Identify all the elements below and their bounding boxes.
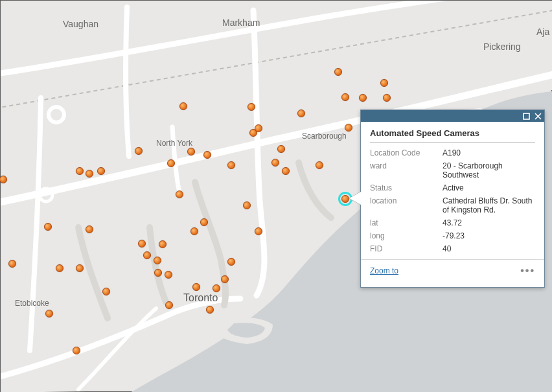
camera-marker[interactable] <box>255 227 262 235</box>
popup-field-value: Cathedral Bluffs Dr. South of Kingston R… <box>443 194 535 216</box>
camera-marker[interactable] <box>97 167 105 175</box>
zoom-to-link[interactable]: Zoom to <box>370 266 398 275</box>
camera-marker[interactable] <box>56 264 63 272</box>
camera-marker[interactable] <box>165 301 173 309</box>
camera-marker[interactable] <box>359 94 367 102</box>
popup-row: lat43.72 <box>370 216 535 229</box>
popup-field-key: ward <box>370 159 443 181</box>
popup-attributes: Location CodeA190ward20 - Scarborough So… <box>370 146 535 255</box>
camera-marker[interactable] <box>282 167 290 175</box>
popup-title: Automated Speed Cameras <box>370 128 535 143</box>
popup-row: locationCathedral Bluffs Dr. South of Ki… <box>370 194 535 216</box>
camera-marker[interactable] <box>102 288 110 295</box>
camera-marker[interactable] <box>138 240 146 248</box>
camera-marker[interactable] <box>154 257 161 264</box>
camera-marker[interactable] <box>86 225 93 233</box>
camera-marker[interactable] <box>221 275 229 283</box>
camera-marker[interactable] <box>159 240 167 248</box>
camera-marker[interactable] <box>8 260 16 268</box>
camera-marker[interactable] <box>135 147 143 155</box>
camera-marker[interactable] <box>227 161 235 169</box>
popup-field-value: Active <box>443 181 535 194</box>
popup-field-key: location <box>370 194 443 216</box>
camera-marker[interactable] <box>190 227 198 235</box>
camera-marker[interactable] <box>213 284 220 292</box>
popup-field-key: Status <box>370 181 443 194</box>
camera-marker[interactable] <box>255 124 262 132</box>
popup-field-value: A190 <box>443 146 535 159</box>
popup-row: FID40 <box>370 242 535 255</box>
popup-field-value: -79.23 <box>443 229 535 242</box>
camera-marker[interactable] <box>341 93 349 101</box>
camera-marker[interactable] <box>383 94 391 102</box>
popup-row: Location CodeA190 <box>370 146 535 159</box>
camera-marker[interactable] <box>316 161 323 169</box>
more-actions-icon[interactable]: ••• <box>520 265 535 277</box>
camera-marker[interactable] <box>73 347 80 354</box>
camera-marker[interactable] <box>154 269 162 277</box>
camera-marker[interactable] <box>86 170 93 178</box>
camera-marker[interactable] <box>76 167 84 175</box>
popup-row: ward20 - Scarborough Southwest <box>370 159 535 181</box>
camera-marker[interactable] <box>187 148 195 156</box>
popup-field-value: 20 - Scarborough Southwest <box>443 159 535 181</box>
camera-marker[interactable] <box>143 251 151 259</box>
popup-row: long-79.23 <box>370 229 535 242</box>
camera-marker[interactable] <box>179 102 187 110</box>
popup-field-key: long <box>370 229 443 242</box>
camera-marker[interactable] <box>271 159 279 167</box>
popup-field-value: 40 <box>443 242 535 255</box>
camera-marker[interactable] <box>341 195 349 203</box>
svg-rect-3 <box>523 113 529 119</box>
popup-field-value: 43.72 <box>443 216 535 229</box>
camera-marker[interactable] <box>277 145 285 153</box>
close-icon[interactable] <box>534 112 542 120</box>
camera-marker[interactable] <box>44 223 52 231</box>
camera-marker[interactable] <box>334 68 342 76</box>
camera-marker[interactable] <box>297 110 305 117</box>
camera-marker[interactable] <box>380 79 388 87</box>
camera-marker[interactable] <box>203 151 211 159</box>
maximize-icon[interactable] <box>522 112 530 120</box>
map-viewport[interactable]: Vaughan Markham Aja Pickering North York… <box>0 0 552 392</box>
feature-popup: Automated Speed Cameras Location CodeA19… <box>360 110 545 288</box>
camera-marker[interactable] <box>76 264 84 272</box>
popup-arrow <box>349 192 361 205</box>
camera-marker[interactable] <box>206 306 214 314</box>
popup-field-key: FID <box>370 242 443 255</box>
camera-marker[interactable] <box>200 218 208 226</box>
camera-marker[interactable] <box>176 190 183 198</box>
popup-row: StatusActive <box>370 181 535 194</box>
camera-marker[interactable] <box>345 124 352 132</box>
popup-field-key: Location Code <box>370 146 443 159</box>
camera-marker[interactable] <box>247 103 255 111</box>
camera-marker[interactable] <box>165 271 172 279</box>
camera-marker[interactable] <box>227 258 235 266</box>
popup-field-key: lat <box>370 216 443 229</box>
camera-marker[interactable] <box>167 159 175 167</box>
camera-marker[interactable] <box>192 283 200 291</box>
camera-marker[interactable] <box>243 202 251 209</box>
camera-marker[interactable] <box>45 310 53 317</box>
popup-titlebar <box>361 110 544 122</box>
